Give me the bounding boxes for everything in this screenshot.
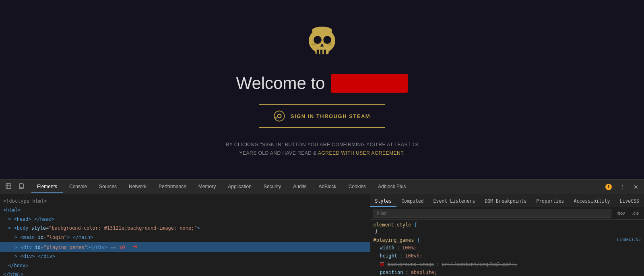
notification-badge: 1 [605, 184, 612, 190]
inspect-element-button[interactable] [3, 182, 14, 192]
steam-icon [274, 110, 285, 122]
style-prop-height: height: 100vh; [374, 252, 641, 260]
styles-tab-livecss[interactable]: LiveCSS [615, 196, 644, 207]
styles-tab-accessibility[interactable]: Accessibility [569, 196, 615, 207]
svg-point-16 [275, 117, 276, 118]
styles-filter-input[interactable] [374, 209, 611, 218]
user-agreement-link[interactable]: AGREED WITH USER AGREEMENT. [318, 150, 405, 156]
tab-security[interactable]: Security [258, 181, 287, 193]
dom-line-html[interactable]: <html> [0, 205, 370, 214]
tab-network[interactable]: Network [123, 181, 152, 193]
playing-games-style-section: #playing_games { (index):55 width: 100%;… [374, 237, 641, 276]
styles-tab-styles[interactable]: Styles [370, 196, 397, 207]
toolbar-icons [3, 182, 27, 192]
svg-point-14 [278, 115, 281, 118]
style-prop-width: width: 100%; [374, 244, 641, 252]
welcome-row: Welcome to [236, 74, 408, 93]
svg-rect-9 [312, 29, 332, 33]
svg-rect-3 [320, 50, 323, 54]
tab-audits[interactable]: Audits [287, 181, 312, 193]
site-name-redact [331, 74, 408, 93]
styles-content: element.style { } #playing_games { (inde… [370, 220, 644, 276]
svg-rect-2 [317, 50, 319, 54]
close-devtools-icon[interactable]: ✕ [631, 182, 641, 192]
element-style-selector: element.style { [374, 222, 641, 228]
disclaimer-text: BY CLICKING "SIGN IN" BUTTON YOU ARE CON… [226, 141, 418, 157]
hov-button[interactable]: :hov [615, 210, 627, 216]
source-link[interactable]: (index):55 [617, 237, 641, 242]
tab-application[interactable]: Application [222, 181, 257, 193]
dom-line-body[interactable]: > <body style="background-color: #13121e… [0, 224, 370, 232]
svg-rect-17 [6, 184, 11, 189]
dom-line-head[interactable]: > <head>_</head> [0, 215, 370, 224]
styles-tab-event-listeners[interactable]: Event Listeners [429, 196, 480, 207]
dom-line-body-close[interactable]: </body> [0, 261, 370, 270]
tab-cookies[interactable]: Cookies [343, 181, 372, 193]
svg-rect-4 [324, 50, 326, 54]
styles-tab-computed[interactable]: Computed [396, 196, 428, 207]
element-style-section: element.style { } [374, 222, 641, 234]
dom-line-main[interactable]: > <main id="login">_</main> [0, 233, 370, 242]
svg-point-6 [323, 36, 331, 44]
steam-signin-button[interactable]: SIGN IN THROUGH STEAM [259, 104, 385, 128]
tab-console[interactable]: Console [64, 181, 93, 193]
style-prop-bg-image: background-image: url(/content/img/bg2.g… [374, 260, 641, 268]
svg-point-11 [328, 43, 332, 46]
skull-logo [300, 22, 344, 66]
playing-games-selector: #playing_games { (index):55 [374, 237, 641, 243]
styles-filter-row: :hov .cls [370, 207, 644, 220]
tab-elements[interactable]: Elements [31, 181, 63, 193]
styles-panel: Styles Computed Event Listeners DOM Brea… [370, 194, 644, 276]
svg-point-5 [314, 36, 322, 44]
tab-sources[interactable]: Sources [93, 181, 122, 193]
cls-button[interactable]: .cls [630, 210, 641, 216]
style-prop-position: position: absolute; [374, 268, 641, 276]
styles-tabs: Styles Computed Event Listeners DOM Brea… [370, 194, 644, 207]
disclaimer-line2: YEARS OLD AND HAVE READ & AGREED WITH US… [226, 149, 418, 157]
dom-line-doctype: <!doctype html> [0, 197, 370, 205]
steam-button-label: SIGN IN THROUGH STEAM [291, 113, 370, 119]
styles-tab-properties[interactable]: Properties [531, 196, 569, 207]
dom-line-playing-games[interactable]: > <div id="playing_games"></div> == $0 ➜ [0, 242, 370, 252]
svg-point-10 [312, 43, 316, 46]
tab-adblock[interactable]: AdBlock [313, 181, 342, 193]
svg-point-22 [21, 188, 22, 189]
devtools-area: Elements Console Sources Network Perform… [0, 179, 644, 276]
devtools-body: <!doctype html> <html> > <head>_</head> … [0, 194, 644, 276]
dom-line-div[interactable]: > <div>_</div> [0, 252, 370, 261]
device-mode-button[interactable] [16, 182, 27, 192]
element-style-close: } [374, 228, 641, 234]
tab-adblock-plus[interactable]: Adblock Plus [372, 181, 411, 193]
disclaimer-line1: BY CLICKING "SIGN IN" BUTTON YOU ARE CON… [226, 141, 418, 149]
dom-line-html-close[interactable]: </html> [0, 270, 370, 276]
tab-performance[interactable]: Performance [153, 181, 192, 193]
devtools-toolbar: Elements Console Sources Network Perform… [0, 180, 644, 194]
website-area: Welcome to SIGN IN THROUGH STEAM BY CLIC… [0, 0, 644, 179]
tab-memory[interactable]: Memory [193, 181, 221, 193]
welcome-text: Welcome to [236, 74, 325, 93]
dom-panel: <!doctype html> <html> > <head>_</head> … [0, 194, 370, 276]
toolbar-right: 1 ⋮ ✕ [605, 182, 641, 192]
styles-tab-dom-breakpoints[interactable]: DOM Breakpoints [480, 196, 531, 207]
settings-icon[interactable]: ⋮ [617, 182, 628, 192]
